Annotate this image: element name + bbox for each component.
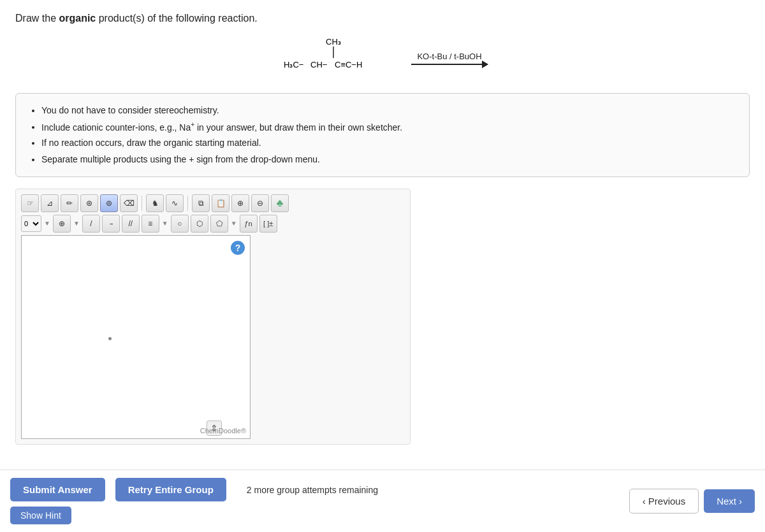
chevron-left-icon: ‹ (643, 496, 646, 507)
attempts-remaining-text: 2 more group attempts remaining (247, 485, 378, 495)
previous-button[interactable]: ‹ Previous (629, 489, 699, 514)
copy-btn[interactable]: ⧉ (192, 194, 210, 212)
retry-group-button[interactable]: Retry Entire Group (115, 478, 226, 501)
show-hint-button[interactable]: Show Hint (10, 507, 71, 524)
double-bond-btn[interactable]: ≡ (142, 215, 159, 233)
svg-text:CH₃: CH₃ (326, 37, 341, 47)
question-title: Draw the organic product(s) of the follo… (15, 11, 750, 25)
chemdoodle-label: ChemDoodle® (200, 427, 246, 435)
svg-text:H₃C−: H₃C− (284, 60, 303, 69)
reaction-reagent: KO-t-Bu / t-BuOH (417, 52, 481, 61)
instruction-4: Separate multiple products using the + s… (41, 152, 738, 168)
separator-2 (187, 196, 188, 211)
chevron-right-icon: › (739, 496, 742, 507)
instruction-2: Include cationic counter-ions, e.g., Na+… (41, 119, 738, 136)
color-btn[interactable]: ♣ (271, 194, 289, 212)
atom-tool-btn[interactable]: ⊚ (100, 194, 118, 212)
lasso-tool-btn[interactable]: ⊿ (41, 194, 59, 212)
zoom-out-btn[interactable]: ⊖ (251, 194, 269, 212)
single-bond-btn[interactable]: / (82, 215, 100, 233)
svg-text:C≡C−H: C≡C−H (335, 60, 362, 69)
zoom-in-btn[interactable]: ⊕ (231, 194, 249, 212)
dashed-bond-btn[interactable]: ··· (102, 215, 120, 233)
bold-organic: organic (59, 13, 96, 24)
reaction-arrow-container: KO-t-Bu / t-BuOH (411, 52, 488, 65)
curve-tool-btn[interactable]: ∿ (166, 194, 184, 212)
reaction-box: CH₃ H₃C− CH− C≡C−H KO-t-Bu / t-BuOH (15, 36, 750, 80)
dot-marker (108, 337, 112, 340)
hexagon-btn[interactable]: ⬡ (191, 215, 208, 233)
sketcher-area: ☞ ⊿ ✏ ⊛ ⊚ ⌫ ♞ ∿ ⧉ 📋 ⊕ ⊖ ♣ (15, 189, 411, 445)
molecule-structure: CH₃ H₃C− CH− C≡C−H (277, 36, 392, 80)
next-button[interactable]: Next › (704, 489, 755, 513)
help-button[interactable]: ? (231, 241, 245, 255)
submit-answer-button[interactable]: Submit Answer (10, 478, 105, 501)
atom-number-select[interactable]: 0 1 2 (21, 215, 41, 232)
previous-label: Previous (648, 496, 685, 507)
template-tool-btn[interactable]: ♞ (146, 194, 164, 212)
instructions-box: You do not have to consider stereochemis… (15, 93, 750, 176)
polygon-btn[interactable]: ⬠ (210, 215, 228, 233)
bottom-bar: Submit Answer Retry Entire Group 2 more … (0, 470, 765, 532)
paste-btn[interactable]: 📋 (212, 194, 229, 212)
reaction-structure: CH₃ H₃C− CH− C≡C−H (277, 36, 392, 80)
bracket-btn[interactable]: [ ]± (259, 215, 277, 233)
pencil-tool-btn[interactable]: ✏ (61, 194, 78, 212)
instruction-3: If no reaction occurs, draw the organic … (41, 135, 738, 151)
ring-tool-btn[interactable]: ⊛ (80, 194, 98, 212)
toolbar-row-2: 0 1 2 ▼ ⊕ ▼ / ··· // ≡ ▼ ○ ⬡ ⬠ ▼ ƒn [ (21, 215, 405, 233)
drawing-canvas[interactable]: ? ⇕ ChemDoodle® (21, 235, 251, 439)
select-tool-btn[interactable]: ☞ (21, 194, 39, 212)
eraser-tool-btn[interactable]: ⌫ (120, 194, 138, 212)
add-atom-btn[interactable]: ⊕ (53, 215, 71, 233)
navigation-buttons: ‹ Previous Next › (629, 489, 755, 514)
chain-btn[interactable]: ○ (171, 215, 189, 233)
svg-text:CH−: CH− (310, 60, 327, 69)
bold-bond-btn[interactable]: // (122, 215, 140, 233)
fn-btn[interactable]: ƒn (240, 215, 258, 233)
next-label: Next (717, 496, 736, 507)
toolbar-row-1: ☞ ⊿ ✏ ⊛ ⊚ ⌫ ♞ ∿ ⧉ 📋 ⊕ ⊖ ♣ (21, 194, 405, 212)
instruction-1: You do not have to consider stereochemis… (41, 103, 738, 119)
separator-1 (142, 196, 142, 211)
reaction-arrow (411, 64, 488, 65)
